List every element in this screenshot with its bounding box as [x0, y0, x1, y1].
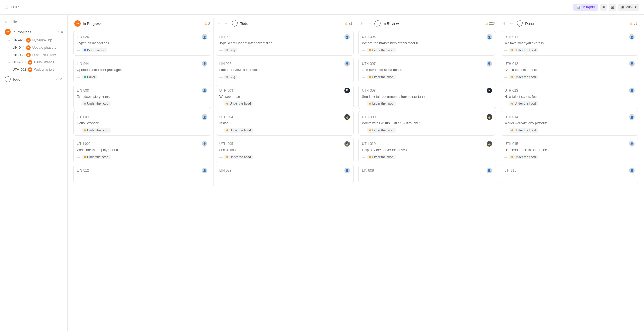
avatar: 👤: [629, 114, 635, 120]
card-header: UTH-012 👤: [504, 61, 635, 67]
card-header: LIN-919 👤: [504, 168, 635, 173]
avatar: 👤: [202, 114, 207, 120]
card-footer: — Under the hood: [219, 155, 350, 159]
avatar: 🧑: [344, 114, 350, 120]
card-uth011[interactable]: UTH-011 👤 We love what you express — Und…: [501, 31, 638, 56]
card-lin919[interactable]: LIN-919 👤 —: [501, 165, 638, 183]
card-uth015[interactable]: UTH-015 👤 Help contribute to our project…: [501, 138, 638, 162]
filter-label[interactable]: Filter: [11, 5, 19, 9]
tag: Under the hood: [367, 128, 396, 133]
kanban-column-in-review: + ··· In Review ⚠ 223 UTH-006 👤 We are t…: [356, 18, 499, 186]
sidebar-item-uth001[interactable]: ··· UTH-001 ⇄ Hello Strange...: [2, 59, 65, 66]
card-lin988[interactable]: LIN-988 👤 Dropdown story items — Under t…: [73, 85, 211, 109]
card-header: UTH-015 👤: [504, 141, 635, 147]
sidebar-item-lin926[interactable]: ··· LIN-926 ⇄ Hyperlink Inp...: [2, 37, 65, 44]
card-lin992[interactable]: LIN-992 👤 Linear preview is on mobile — …: [216, 58, 354, 82]
tag: Under the hood: [509, 75, 538, 79]
sidebar-group-todo: Todo ⚠ 71: [2, 74, 65, 84]
todo-icon: [5, 76, 11, 82]
warning-icon: ⚠: [57, 30, 60, 34]
card-uth013[interactable]: UTH-013 👤 New talent scouts found — Unde…: [501, 85, 638, 109]
card-header: LIN-988 👤: [77, 88, 207, 93]
col-more-button[interactable]: ···: [509, 21, 515, 26]
card-lin912[interactable]: LIN-912 👤 —: [73, 165, 211, 183]
tag-dot: [84, 103, 86, 105]
star-icon[interactable]: ☆: [5, 5, 8, 10]
sidebar-item-lin944[interactable]: ··· LIN-944 ⇄ Update phase...: [2, 44, 65, 51]
card-uth009[interactable]: UTH-009 🧑 Works with GitHub, GitLab & Bi…: [358, 111, 496, 136]
tag-dot: [511, 76, 513, 78]
col-header-in-progress: ⇄ In Progress ⚠ 0: [73, 18, 211, 29]
tag: Under the hood: [367, 101, 396, 106]
tag-dot: [84, 76, 86, 78]
card-header: UTH-013 👤: [504, 88, 635, 93]
sidebar-item-lin988[interactable]: ··· LIN-988 ⇄ Dropdown story...: [2, 51, 65, 59]
card-footer: — Bug: [219, 75, 350, 79]
insights-button[interactable]: 📊 Insights: [573, 4, 598, 11]
card-footer: — Editor: [77, 75, 207, 79]
grid-view-button[interactable]: ⊞: [609, 4, 616, 11]
card-uth007[interactable]: UTH-007 👤 Join our talent scout board — …: [358, 58, 496, 82]
tag-dot: [369, 76, 371, 78]
kanban-board: ⇄ In Progress ⚠ 0 LIN-926 👤 Hyperlink In…: [71, 18, 641, 186]
col-add-button[interactable]: +: [217, 20, 222, 27]
card-lin909[interactable]: LIN-909 👤 —: [358, 165, 496, 183]
avatar: 👤: [629, 141, 635, 147]
sidebar-item-uth002[interactable]: ··· UTH-002 ⇄ Welcome to t...: [2, 66, 65, 73]
sidebar-group-header-todo[interactable]: Todo ⚠ 71: [2, 74, 65, 84]
card-footer: — Under the hood: [77, 101, 207, 106]
drag-handle-icon: ···: [8, 60, 11, 64]
avatar: 👤: [202, 141, 207, 147]
card-uth002[interactable]: UTH-002 👤 Welcome to the playground — Un…: [73, 138, 211, 162]
card-footer: — Under the hood: [362, 155, 492, 159]
sidebar-star-icon[interactable]: ☆: [5, 19, 8, 24]
card-lin923[interactable]: LIN-923 👤 —: [216, 165, 354, 183]
col-add-button[interactable]: +: [359, 20, 364, 27]
card-header: UTH-010 🧑: [362, 141, 492, 147]
card-header: UTH-002 👤: [77, 141, 207, 147]
avatar: 👤: [629, 88, 635, 93]
card-header: LIN-923 👤: [219, 168, 350, 173]
col-more-button[interactable]: ···: [224, 21, 230, 26]
col-more-button[interactable]: ···: [367, 21, 372, 26]
col-add-button[interactable]: +: [502, 20, 507, 27]
card-footer: — Under the hood: [77, 155, 207, 159]
card-uth006[interactable]: UTH-006 👤 We are the maintainers of this…: [358, 31, 496, 56]
col-count-in-review: ⚠ 223: [485, 21, 495, 25]
sidebar-group-header-in-progress[interactable]: ⇄ In Progress ⚠ 0: [2, 27, 65, 37]
avatar: 👤: [629, 168, 635, 173]
group-count-todo: ⚠ 71: [56, 78, 63, 81]
card-lin944[interactable]: LIN-944 👤 Update placeholder packages — …: [73, 58, 211, 82]
card-uth004[interactable]: UTH-004 🧑 Inside — Under the hood: [216, 111, 354, 136]
card-uth001[interactable]: UTH-001 👤 Hello Stranger — Under the hoo…: [73, 111, 211, 136]
avatar: 🧑: [344, 141, 350, 147]
sidebar-filter-label[interactable]: Filter: [10, 19, 18, 23]
card-header: LIN-909 👤: [362, 168, 492, 173]
main-layout: ☆ Filter ⇄ In Progress ⚠ 0 ··· LIN-926 ⇄…: [0, 15, 644, 189]
list-icon: ≡: [602, 5, 605, 10]
view-button[interactable]: ⊞ View ▾: [618, 4, 639, 11]
card-uth012[interactable]: UTH-012 👤 Check out this project — Under…: [501, 58, 638, 82]
list-view-button[interactable]: ≡: [600, 4, 607, 11]
kanban-column-in-progress: ⇄ In Progress ⚠ 0 LIN-926 👤 Hyperlink In…: [71, 18, 214, 186]
card-uth014[interactable]: UTH-014 👤 Works well with any platform —…: [501, 111, 638, 136]
tag-dot: [84, 129, 86, 131]
card-header: UTH-008 P: [362, 88, 492, 93]
tag: Under the hood: [509, 101, 538, 106]
avatar: 👤: [487, 61, 492, 67]
avatar: 👤: [487, 34, 492, 40]
avatar: 👤: [202, 34, 207, 40]
col-header-in-review: + ··· In Review ⚠ 223: [358, 18, 496, 29]
drag-handle-icon: ···: [8, 46, 11, 50]
card-uth010[interactable]: UTH-010 🧑 Help pay the server expenses —…: [358, 138, 496, 162]
card-footer: — Under the hood: [219, 128, 350, 133]
card-lin926[interactable]: LIN-926 👤 Hyperlink Inspections — Perfor…: [73, 31, 211, 56]
card-uth003[interactable]: UTH-003 P We see these — Under the hood: [216, 85, 354, 109]
avatar: 👤: [629, 34, 635, 40]
tag: Under the hood: [509, 48, 538, 52]
card-uth008[interactable]: UTH-008 P Send useful recommendations to…: [358, 85, 496, 109]
card-lin902[interactable]: LIN-902 👤 TypeScript Cannot infer parent…: [216, 31, 354, 56]
tag-dot: [369, 103, 371, 105]
card-uth005[interactable]: UTH-005 🧑 and all this — Under the hood: [216, 138, 354, 162]
tag-dot: [511, 156, 513, 158]
